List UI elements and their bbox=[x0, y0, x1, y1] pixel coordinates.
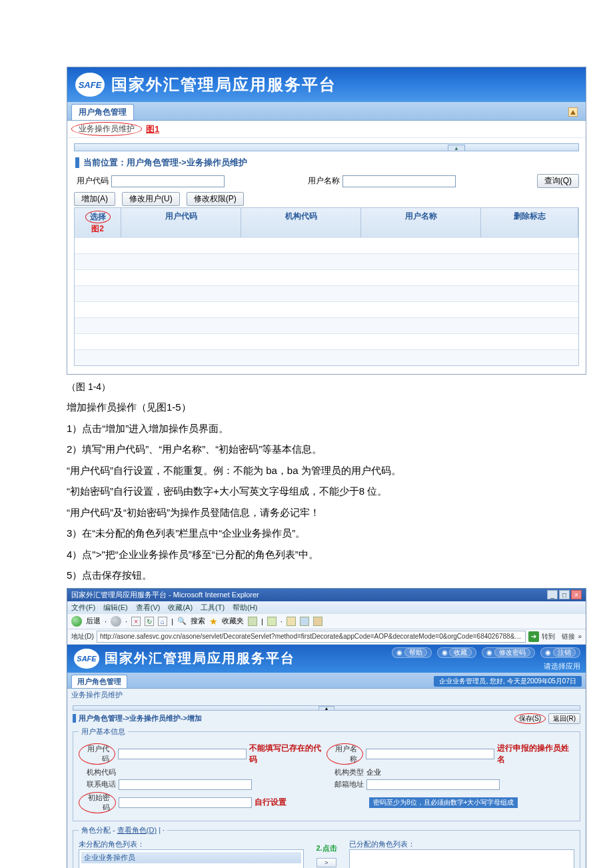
toolbar-misc-icon[interactable] bbox=[287, 617, 296, 626]
breadcrumb-marker-icon bbox=[73, 714, 76, 723]
pwd-rule-note: 密码至少为8位，且必须由数字+大小写字母组成 bbox=[369, 797, 518, 808]
search-icon[interactable]: 🔍 bbox=[177, 617, 187, 625]
greeting-bar: 企业业务管理员, 您好, 今天是2009年05月07日 bbox=[434, 676, 582, 687]
topbtn-logout[interactable]: ◉ 注销 bbox=[540, 647, 580, 658]
menu-help[interactable]: 帮助(H) bbox=[233, 603, 257, 613]
go-label: 转到 bbox=[542, 632, 555, 641]
table-row[interactable] bbox=[75, 269, 578, 285]
user-name-input[interactable] bbox=[342, 175, 456, 187]
unassigned-list[interactable]: 企业业务操作员 1.选中 bbox=[79, 849, 304, 869]
chevron-up-icon[interactable]: ▲ bbox=[318, 706, 334, 711]
save-button[interactable]: 保存(S) bbox=[514, 713, 546, 724]
breadcrumb: 用户角色管理->业务操作员维护->增加 保存(S) 返回(R) bbox=[73, 713, 580, 724]
user-code-label: 用户代码 bbox=[74, 174, 111, 188]
assigned-list[interactable] bbox=[349, 849, 574, 869]
breadcrumb-text: 用户角色管理->业务操作员维护->增加 bbox=[79, 713, 202, 723]
move-right-button[interactable]: > bbox=[316, 858, 336, 867]
user-basic-info-fieldset: 用户基本信息 用户代码 不能填写已存在的代码 用户名称 进行申报的操作员姓名 bbox=[73, 727, 580, 821]
subtab-operator-maint[interactable]: 业务操作员维护 bbox=[71, 122, 142, 136]
stop-icon[interactable]: × bbox=[131, 617, 141, 626]
topbtn-help[interactable]: ◉ 帮助 bbox=[392, 647, 432, 658]
view-role-link[interactable]: 查看角色(D) bbox=[117, 826, 157, 834]
up-arrow-icon[interactable] bbox=[568, 107, 578, 117]
menu-fav[interactable]: 收藏(A) bbox=[168, 603, 193, 613]
table-row[interactable] bbox=[75, 237, 578, 253]
minimize-icon[interactable]: _ bbox=[547, 590, 558, 599]
query-button[interactable]: 查询(Q) bbox=[537, 174, 579, 188]
favorites-icon[interactable]: ★ bbox=[209, 616, 218, 627]
toolbar-misc-icon[interactable] bbox=[248, 617, 257, 626]
tab-row: 用户角色管理 bbox=[67, 102, 586, 121]
links-label[interactable]: 链接 bbox=[562, 632, 575, 641]
tab-user-role-mgmt[interactable]: 用户角色管理 bbox=[71, 675, 127, 688]
modify-perm-button[interactable]: 修改权限(P) bbox=[187, 192, 244, 206]
screenshot-2-wrap: 国家外汇管理局应用服务平台 - Microsoft Internet Explo… bbox=[67, 588, 586, 869]
window-title: 国家外汇管理局应用服务平台 - Microsoft Internet Explo… bbox=[71, 590, 259, 600]
window-buttons: _ □ × bbox=[547, 590, 582, 599]
table-row[interactable] bbox=[75, 333, 578, 349]
refresh-icon[interactable]: ↻ bbox=[145, 617, 154, 626]
choose-app-label[interactable]: 请选择应用 bbox=[544, 661, 580, 671]
user-code-input[interactable] bbox=[118, 749, 247, 759]
screenshot-1: SAFE 国家外汇管理局应用服务平台 用户角色管理 业务操作员维护 图1 ▲ 当… bbox=[67, 67, 586, 375]
chevron-up-icon[interactable]: ▲ bbox=[448, 145, 465, 151]
col-select-top: 选择 bbox=[85, 211, 111, 223]
back-label[interactable]: 后退 bbox=[86, 616, 101, 626]
app-banner: SAFE 国家外汇管理局应用服务平台 ◉ 帮助 ◉ 收藏 ◉ 修改密码 ◉ 注销… bbox=[67, 645, 586, 673]
table-row[interactable] bbox=[75, 253, 578, 269]
caption-1-4: （图 1-4） bbox=[67, 381, 111, 392]
toolbar-misc-icon[interactable] bbox=[300, 617, 309, 626]
toolbar-misc-icon[interactable] bbox=[267, 617, 277, 626]
assigned-label: 已分配的角色列表： bbox=[349, 839, 574, 849]
table-row[interactable] bbox=[75, 317, 578, 333]
address-input[interactable]: http://asone.safesvc.gov.cn/asone/servle… bbox=[97, 631, 526, 643]
table-row[interactable] bbox=[75, 301, 578, 317]
topbtn-chgpwd[interactable]: ◉ 修改密码 bbox=[482, 647, 535, 658]
favorites-label[interactable]: 收藏夹 bbox=[222, 616, 244, 626]
instr-line: 2）填写“用户代码”、“用户名称”、“初始密码”等基本信息。 bbox=[67, 441, 586, 458]
back-icon[interactable] bbox=[71, 616, 82, 627]
subtab-operator-maint[interactable]: 业务操作员维护 bbox=[71, 691, 123, 699]
table-row[interactable] bbox=[75, 349, 578, 365]
back-button[interactable]: 返回(R) bbox=[548, 713, 580, 724]
email-input[interactable] bbox=[366, 779, 500, 790]
content-area: ▲ 当前位置：用户角色管理->业务操作员维护 用户代码 用户名称 查询(Q) 增… bbox=[67, 138, 586, 374]
go-button[interactable]: ➔ bbox=[528, 631, 539, 642]
init-pwd-input[interactable] bbox=[119, 797, 252, 808]
modify-user-button[interactable]: 修改用户(U) bbox=[122, 192, 180, 206]
ie-menu-bar: 文件(F) 编辑(E) 查看(V) 收藏(A) 工具(T) 帮助(H) bbox=[67, 601, 586, 614]
collapse-bar[interactable]: ▲ bbox=[74, 143, 579, 151]
topbtn-fav[interactable]: ◉ 收藏 bbox=[437, 647, 477, 658]
list-item[interactable]: 企业业务操作员 bbox=[81, 852, 301, 863]
instr-line: 3）在“未分配的角色列表”栏里点中“企业业务操作员”。 bbox=[67, 525, 586, 542]
search-label[interactable]: 搜索 bbox=[191, 616, 205, 626]
breadcrumb-text: 当前位置：用户角色管理->业务操作员维护 bbox=[83, 157, 247, 169]
home-icon[interactable]: ⌂ bbox=[158, 617, 167, 626]
forward-icon[interactable] bbox=[111, 616, 121, 627]
unassigned-label: 未分配的角色列表： bbox=[79, 839, 304, 849]
greet-role: 企业业务管理员 bbox=[439, 677, 486, 685]
menu-view[interactable]: 查看(V) bbox=[136, 603, 161, 613]
menu-tools[interactable]: 工具(T) bbox=[201, 603, 225, 613]
phone-label: 联系电话 bbox=[79, 779, 116, 789]
instr-line: 1）点击“增加”进入增加操作员界面。 bbox=[67, 420, 586, 437]
collapse-bar[interactable]: ▲ bbox=[73, 705, 580, 711]
user-name-input[interactable] bbox=[366, 749, 494, 759]
user-code-note: 不能填写已存在的代码 bbox=[249, 743, 326, 765]
safe-logo: SAFE bbox=[74, 649, 99, 669]
phone-input[interactable] bbox=[119, 779, 252, 790]
table-row[interactable] bbox=[75, 285, 578, 301]
close-icon[interactable]: × bbox=[571, 590, 582, 599]
menu-edit[interactable]: 编辑(E) bbox=[103, 603, 128, 613]
screenshot-2: 国家外汇管理局应用服务平台 - Microsoft Internet Explo… bbox=[67, 588, 586, 869]
toolbar-misc-icon[interactable] bbox=[313, 617, 322, 626]
figure-caption: （图 1-4） bbox=[67, 381, 586, 393]
menu-file[interactable]: 文件(F) bbox=[71, 603, 95, 613]
add-button[interactable]: 增加(A) bbox=[74, 192, 115, 206]
user-code-input[interactable] bbox=[111, 175, 225, 187]
fieldset-legend: 用户基本信息 bbox=[79, 727, 128, 737]
grid-body bbox=[75, 237, 578, 365]
links-more[interactable]: » bbox=[578, 633, 582, 640]
tab-user-role-mgmt[interactable]: 用户角色管理 bbox=[71, 104, 134, 120]
maximize-icon[interactable]: □ bbox=[559, 590, 570, 599]
